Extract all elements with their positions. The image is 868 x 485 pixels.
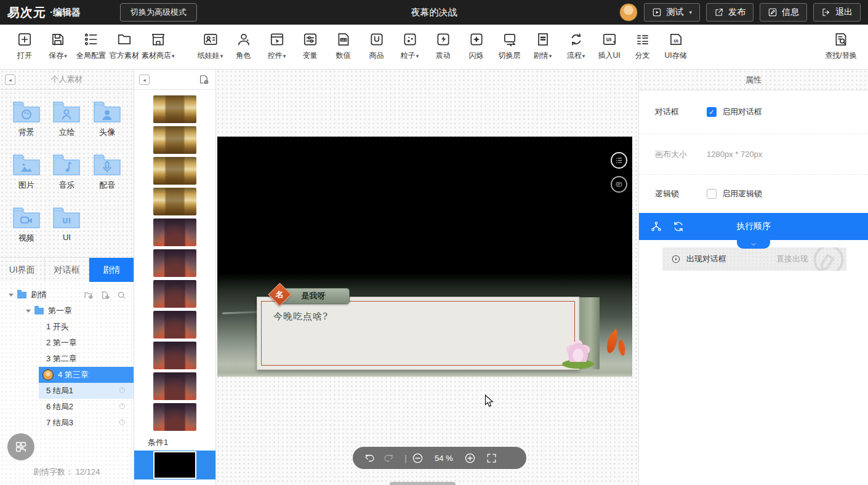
toolbar-branch[interactable]: 分支: [627, 31, 659, 61]
toolbar-goods[interactable]: 商品: [361, 31, 393, 61]
folder-background[interactable]: 背景: [6, 100, 47, 138]
toolbar-number[interactable]: 163 数值: [328, 31, 360, 61]
tree-item-chapter1[interactable]: 2 第一章: [39, 335, 134, 351]
execution-step-row[interactable]: 出现对话框 直接出现: [662, 247, 846, 271]
node-thumbnail[interactable]: [134, 340, 215, 371]
tree-item-ending3[interactable]: 7 结局3: [39, 415, 134, 431]
node-thumbnail[interactable]: [134, 94, 215, 124]
folder-video[interactable]: 视频: [6, 206, 47, 244]
zoom-out-button[interactable]: [412, 452, 424, 464]
user-avatar[interactable]: [619, 3, 638, 22]
store-icon: [150, 31, 166, 47]
collapse-execution-tab[interactable]: [737, 240, 770, 249]
folder-music[interactable]: 音乐: [47, 153, 87, 191]
logout-icon: [821, 7, 831, 17]
tree-item-ending2[interactable]: 6 结局2: [39, 399, 134, 415]
game-menu-button[interactable]: [611, 152, 627, 169]
test-button[interactable]: 测试▾: [644, 3, 700, 22]
undo-button[interactable]: [364, 452, 376, 464]
hierarchy-icon[interactable]: [650, 220, 662, 233]
toolbar-widget[interactable]: 控件▾: [261, 31, 293, 61]
tree-item-ending1[interactable]: 5 结局1: [39, 383, 134, 399]
toolbar-ui-storage[interactable]: UI UI存储: [660, 31, 692, 61]
node-thumbnail[interactable]: [134, 247, 215, 278]
folder-ui[interactable]: UI UI: [47, 206, 87, 244]
folder-camera-icon: [12, 206, 41, 229]
toolbar-save[interactable]: 保存▾: [42, 31, 74, 61]
caret-down-icon: ▾: [689, 9, 692, 15]
switch-advanced-mode-button[interactable]: 切换为高级模式: [120, 3, 197, 22]
caret-down-icon: ▾: [172, 53, 175, 59]
svg-text:163: 163: [340, 39, 346, 42]
toolbar-paper-doll[interactable]: 纸娃娃▾: [195, 31, 227, 61]
info-button[interactable]: 信息: [760, 3, 807, 22]
enable-dialog-label: 启用对话框: [722, 106, 762, 118]
node-thumbnail[interactable]: [134, 371, 215, 401]
tree-item-chapter2[interactable]: 3 第二章: [39, 351, 134, 367]
folder-image[interactable]: 图片: [6, 153, 47, 191]
black-scene-thumbnail: [153, 451, 196, 479]
toolbar-open[interactable]: 打开: [9, 31, 41, 61]
redo-button[interactable]: [383, 452, 395, 464]
save-icon: [50, 31, 66, 47]
node-thumbnail[interactable]: [134, 155, 215, 186]
toolbar-flow[interactable]: 流程▾: [560, 31, 592, 61]
qr-code-button[interactable]: [7, 433, 34, 460]
tab-dialog-box[interactable]: 对话框: [45, 258, 90, 282]
toolbar-find-replace[interactable]: 查找/替换: [825, 31, 857, 61]
collapse-left-panel-button[interactable]: ◂: [5, 74, 15, 85]
find-replace-icon: [833, 31, 849, 47]
toolbar-shake[interactable]: 震动: [427, 31, 459, 61]
node-thumbnail[interactable]: [134, 217, 215, 247]
node-thumbnail[interactable]: [134, 186, 215, 217]
canvas-zoom-toolbar: | 54 %: [353, 447, 526, 469]
toolbar-story[interactable]: 剧情▾: [527, 31, 559, 61]
search-icon[interactable]: [117, 291, 126, 300]
tree-root-story[interactable]: 剧情: [0, 287, 134, 303]
edit-square-icon: [768, 7, 778, 17]
refresh-icon[interactable]: [672, 220, 685, 233]
add-node-icon[interactable]: [198, 74, 209, 85]
tree-item-opening[interactable]: 1 开头: [39, 319, 134, 335]
node-thumbnails: 条件1: [134, 90, 215, 479]
toolbar-official-assets[interactable]: 官方素材: [108, 31, 140, 61]
node-thumbnail[interactable]: [134, 309, 215, 340]
enable-dialog-checkbox[interactable]: [707, 107, 717, 117]
caret-expanded-icon[interactable]: [9, 294, 14, 297]
node-thumbnail-selected[interactable]: [134, 451, 215, 479]
exit-button[interactable]: 退出: [813, 3, 861, 22]
node-thumbnail[interactable]: [134, 401, 215, 432]
toolbar-variable[interactable]: 变量: [294, 31, 326, 61]
toolbar-particle[interactable]: 粒子▾: [394, 31, 426, 61]
collapse-thumb-column-button[interactable]: ◂: [139, 74, 150, 85]
folder-voice[interactable]: 配音: [87, 153, 127, 191]
tree-chapter-1[interactable]: 第一章: [0, 303, 134, 319]
game-canvas[interactable]: 今晚吃点啥? 是我呀 名: [217, 137, 632, 377]
game-stamp-button[interactable]: [611, 176, 627, 193]
execution-step-value: 直接出现: [776, 254, 808, 265]
folder-sprite[interactable]: 立绘: [47, 100, 87, 138]
toolbar-switch-layer[interactable]: 切换层: [494, 31, 526, 61]
toolbar-character[interactable]: 角色: [228, 31, 260, 61]
enable-logic-lock-checkbox[interactable]: [707, 189, 717, 199]
tab-story[interactable]: 剧情: [89, 258, 134, 282]
folder-portrait[interactable]: 头像: [87, 100, 127, 138]
dialogue-box[interactable]: 今晚吃点啥?: [257, 297, 579, 370]
caret-expanded-icon[interactable]: [26, 310, 31, 313]
tree-item-chapter3-selected[interactable]: 4 第三章: [39, 367, 134, 383]
add-folder-icon[interactable]: [84, 291, 93, 300]
add-file-icon[interactable]: [100, 291, 110, 300]
node-thumbnail[interactable]: [134, 124, 215, 155]
toolbar-asset-store[interactable]: 素材商店▾: [142, 31, 175, 61]
tab-ui-interface[interactable]: UI界面: [0, 258, 45, 282]
toolbar-global-config[interactable]: 全局配置: [75, 31, 107, 61]
toolbar-insert-ui[interactable]: UI 插入UI: [593, 31, 625, 61]
fit-screen-button[interactable]: [486, 452, 497, 464]
publish-button[interactable]: 发布: [706, 3, 753, 22]
qr-icon: [14, 440, 28, 454]
toolbar-flash[interactable]: 闪烁: [460, 31, 492, 61]
logic-lock-label: 逻辑锁: [655, 188, 707, 199]
zoom-in-button[interactable]: [464, 452, 476, 464]
app-logo: 易次元: [7, 4, 47, 21]
node-thumbnail[interactable]: [134, 278, 215, 309]
